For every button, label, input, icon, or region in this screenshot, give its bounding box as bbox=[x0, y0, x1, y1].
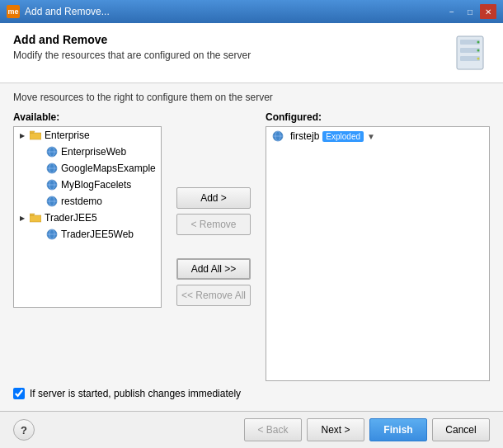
list-item[interactable]: ▶ TraderJEE5Web bbox=[14, 226, 161, 243]
remove-button[interactable]: < Remove bbox=[176, 214, 251, 235]
publish-checkbox[interactable] bbox=[13, 388, 25, 399]
svg-rect-2 bbox=[460, 48, 480, 53]
exploded-badge: Exploded bbox=[322, 131, 364, 142]
next-button[interactable]: Next > bbox=[307, 418, 364, 441]
configured-panel: Configured: firstejb Exploded ▼ bbox=[266, 111, 490, 381]
window-controls: − □ ✕ bbox=[444, 4, 496, 19]
dialog: Add and Remove Modify the resources that… bbox=[0, 23, 503, 448]
folder-icon bbox=[29, 129, 42, 142]
item-label: TraderJEE5 bbox=[45, 212, 97, 224]
svg-rect-1 bbox=[460, 40, 480, 45]
cancel-button[interactable]: Cancel bbox=[432, 418, 490, 441]
help-button[interactable]: ? bbox=[13, 419, 35, 441]
svg-point-6 bbox=[477, 58, 480, 60]
configured-label: Configured: bbox=[266, 111, 490, 123]
item-label: Enterprise bbox=[45, 130, 90, 141]
web-module-icon bbox=[45, 228, 59, 241]
dialog-footer: ? < Back Next > Finish Cancel bbox=[0, 411, 503, 448]
finish-button[interactable]: Finish bbox=[369, 418, 427, 441]
folder-icon bbox=[29, 211, 42, 224]
item-label: restdemo bbox=[61, 196, 102, 207]
svg-rect-3 bbox=[460, 56, 480, 61]
available-label: Available: bbox=[13, 111, 162, 123]
list-item[interactable]: firstejb Exploded ▼ bbox=[266, 127, 489, 145]
item-label: GoogleMapsExample bbox=[61, 163, 156, 174]
web-module-icon bbox=[45, 178, 59, 191]
configured-item-label: firstejb bbox=[290, 130, 319, 142]
web-module-icon bbox=[45, 162, 59, 175]
item-label: EnterpriseWeb bbox=[61, 146, 126, 158]
publish-checkbox-label[interactable]: If server is started, publish changes im… bbox=[30, 388, 241, 399]
close-button[interactable]: ✕ bbox=[480, 4, 496, 19]
window-title: Add and Remove... bbox=[25, 6, 439, 17]
back-button[interactable]: < Back bbox=[244, 418, 302, 441]
header-icon bbox=[450, 33, 490, 73]
list-item[interactable]: ▶ GoogleMapsExample bbox=[14, 160, 161, 177]
svg-point-4 bbox=[477, 41, 480, 44]
app-icon: me bbox=[7, 5, 20, 18]
add-button[interactable]: Add > bbox=[176, 187, 251, 209]
list-item[interactable]: ▶ restdemo bbox=[14, 193, 161, 210]
available-panel: Available: ▶ Enterprise bbox=[13, 111, 162, 381]
svg-point-5 bbox=[477, 50, 480, 52]
item-label: TraderJEE5Web bbox=[61, 229, 134, 240]
add-all-button[interactable]: Add All >> bbox=[176, 258, 251, 280]
list-item[interactable]: ▶ EnterpriseWeb bbox=[14, 144, 161, 160]
dialog-body: Move resources to the right to configure… bbox=[0, 83, 503, 411]
footer-left: ? bbox=[13, 419, 35, 441]
dialog-header: Add and Remove Modify the resources that… bbox=[0, 23, 503, 83]
list-item[interactable]: ▶ MyBlogFacelets bbox=[14, 177, 161, 193]
dialog-title: Add and Remove bbox=[13, 33, 251, 46]
expand-arrow-icon: ▶ bbox=[17, 130, 27, 140]
minimize-button[interactable]: − bbox=[444, 4, 460, 19]
badge-dropdown-arrow[interactable]: ▼ bbox=[367, 132, 375, 141]
titlebar: me Add and Remove... − □ ✕ bbox=[0, 0, 503, 23]
header-text: Add and Remove Modify the resources that… bbox=[13, 33, 251, 61]
remove-all-button[interactable]: << Remove All bbox=[176, 285, 251, 306]
dialog-subtitle: Modify the resources that are configured… bbox=[13, 50, 251, 61]
web-module-icon bbox=[45, 195, 59, 208]
content-area: Available: ▶ Enterprise bbox=[13, 111, 490, 381]
middle-buttons: Add > < Remove Add All >> << Remove All bbox=[168, 111, 259, 381]
maximize-button[interactable]: □ bbox=[462, 4, 478, 19]
checkbox-area: If server is started, publish changes im… bbox=[13, 381, 490, 403]
list-item[interactable]: ▶ Enterprise bbox=[14, 127, 161, 144]
expand-arrow-icon: ▶ bbox=[17, 213, 27, 223]
web-module-icon bbox=[45, 145, 59, 158]
web-module-icon bbox=[271, 130, 284, 143]
available-tree[interactable]: ▶ Enterprise ▶ bbox=[13, 126, 162, 308]
list-item[interactable]: ▶ TraderJEE5 bbox=[14, 210, 161, 226]
footer-right: < Back Next > Finish Cancel bbox=[244, 418, 490, 441]
configured-list[interactable]: firstejb Exploded ▼ bbox=[266, 126, 490, 381]
item-label: MyBlogFacelets bbox=[61, 179, 131, 191]
instruction-text: Move resources to the right to configure… bbox=[13, 92, 490, 103]
